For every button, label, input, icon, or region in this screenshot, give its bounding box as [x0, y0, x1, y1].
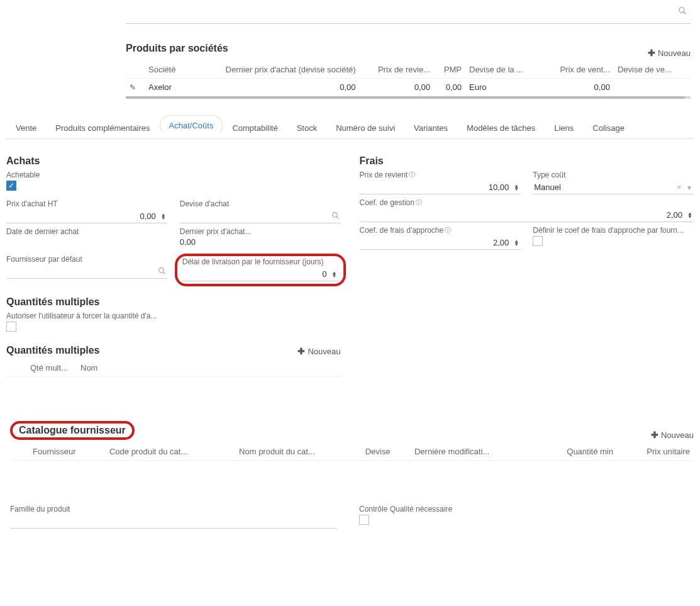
edit-icon[interactable]: ✎ [130, 83, 136, 92]
svg-point-2 [332, 212, 337, 217]
coef-gestion-input[interactable]: 2,00 ▲▼ [360, 208, 694, 222]
table-header-row: Société Dernier prix d'achat (devise soc… [126, 61, 691, 79]
spinner-icon[interactable]: ▲▼ [161, 213, 166, 220]
search-icon[interactable] [331, 211, 340, 222]
coef-frais-approche-value: 2,00 [493, 238, 509, 247]
cell-devise-la: Euro [465, 79, 542, 96]
frais-title: Frais [360, 155, 694, 167]
cell-societe: Axelor [145, 79, 188, 96]
tab-numero-suivi[interactable]: Numéro de suivi [326, 118, 404, 138]
col-pmp[interactable]: PMP [434, 61, 465, 79]
type-cout-value: Manuel [534, 182, 561, 192]
coef-gestion-value: 2,00 [667, 210, 682, 220]
devise-achat-input[interactable] [180, 210, 341, 223]
info-icon[interactable]: ⓘ [409, 171, 415, 178]
info-icon[interactable]: ⓘ [416, 199, 422, 206]
table-row[interactable]: ✎ Axelor 0,00 0,00 0,00 Euro 0,00 [126, 79, 691, 96]
search-icon[interactable] [158, 267, 166, 277]
chevron-down-icon[interactable]: ▼ [686, 184, 692, 191]
catalogue-add[interactable]: ✚ Nouveau [651, 430, 694, 440]
cell-prix-revie: 0,00 [360, 79, 434, 96]
achats-title: Achats [6, 155, 341, 167]
autoriser-checkbox[interactable] [6, 322, 16, 332]
dernier-prix-achat-value: 0,00 [180, 237, 341, 247]
controle-qualite-checkbox[interactable] [359, 515, 369, 525]
spinner-icon[interactable]: ▲▼ [687, 212, 692, 218]
prix-revient-label: Prix de revientⓘ [360, 171, 521, 179]
col-quantite-min[interactable]: Quantité min [535, 443, 617, 461]
controle-qualite-label: Contrôle Qualité nécessaire [359, 505, 694, 513]
catalogue-add-label: Nouveau [661, 430, 694, 440]
col-nom-produit[interactable]: Nom produit du cat... [235, 443, 362, 461]
tab-comptabilite[interactable]: Comptabilité [223, 118, 287, 138]
tab-achat-couts[interactable]: Achat/Coûts [160, 115, 223, 136]
fournisseur-defaut-label: Fournisseur par défaut [6, 255, 167, 264]
prix-revient-input[interactable]: 10,00 ▲▼ [360, 181, 521, 194]
col-devise[interactable]: Devise [362, 443, 411, 461]
prix-achat-ht-value: 0,00 [140, 211, 156, 221]
delai-livraison-label: Délai de livraison par le fournisseur (j… [182, 257, 338, 266]
coef-frais-approche-label: Coef. de frais d'approcheⓘ [360, 226, 521, 235]
spinner-icon[interactable]: ▲▼ [514, 184, 519, 191]
achetable-checkbox[interactable]: ✓ [6, 181, 16, 191]
col-derniere-modif[interactable]: Dernière modificati... [411, 443, 535, 461]
cell-prix-vent: 0,00 [542, 79, 614, 96]
plus-icon: ✚ [651, 430, 658, 440]
definir-coef-label: Définir le coef de frais d'approche par … [533, 226, 694, 235]
col-nom[interactable]: Nom [75, 359, 341, 377]
coef-frais-approche-input[interactable]: 2,00 ▲▼ [360, 236, 521, 250]
cell-devise-ve [614, 79, 691, 96]
search-icon[interactable] [678, 7, 691, 17]
devise-achat-label: Devise d'achat [180, 199, 341, 208]
produits-societe-table: Société Dernier prix d'achat (devise soc… [126, 61, 691, 96]
svg-line-5 [163, 272, 165, 274]
type-cout-select[interactable]: Manuel × ▼ [533, 181, 694, 194]
svg-point-0 [679, 8, 684, 13]
prix-achat-ht-label: Prix d'achat HT [6, 199, 167, 208]
col-qte-mult[interactable]: Qté mult... [25, 359, 75, 377]
col-prix-unitaire[interactable]: Prix unitaire [617, 443, 694, 461]
cell-pmp: 0,00 [434, 79, 465, 96]
quantites-multiples-title: Quantités multiples [6, 296, 341, 308]
spinner-icon[interactable]: ▲▼ [514, 240, 519, 246]
tab-produits-comp[interactable]: Produits complémentaires [46, 118, 159, 138]
prix-revient-value: 10,00 [489, 182, 509, 192]
qty-table-title: Quantités multiples [6, 345, 99, 356]
tab-vente[interactable]: Vente [6, 118, 46, 138]
fournisseur-defaut-input[interactable] [6, 265, 167, 279]
delai-livraison-input[interactable]: 0 ▲▼ [182, 267, 338, 281]
tab-variantes[interactable]: Variantes [404, 118, 457, 138]
produits-societe-add[interactable]: ✚ Nouveau [648, 48, 691, 58]
tab-bar: Vente Produits complémentaires Achat/Coû… [6, 118, 694, 139]
catalogue-table: Fournisseur Code produit du cat... Nom p… [10, 443, 694, 461]
col-devise-ve[interactable]: Devise de ve... [614, 61, 691, 79]
famille-produit-input[interactable] [10, 515, 337, 529]
qty-add-new[interactable]: ✚ Nouveau [297, 346, 340, 356]
col-code-produit[interactable]: Code produit du cat... [106, 443, 235, 461]
achetable-label: Achetable [6, 171, 341, 179]
tab-liens[interactable]: Liens [545, 118, 583, 138]
produits-societe-title: Produits par sociétés [126, 43, 228, 54]
coef-gestion-label: Coef. de gestionⓘ [360, 198, 694, 207]
definir-coef-checkbox[interactable] [533, 236, 543, 246]
prix-achat-ht-input[interactable]: 0,00 ▲▼ [6, 210, 167, 223]
col-devise-la[interactable]: Devise de la ... [465, 61, 542, 79]
qty-add-label: Nouveau [308, 347, 340, 356]
horizontal-scrollbar[interactable] [126, 96, 691, 99]
qty-table: Qté mult... Nom [6, 359, 341, 377]
col-dernier-prix[interactable]: Dernier prix d'achat (devise société) [188, 61, 360, 79]
svg-line-3 [336, 216, 338, 218]
tab-stock[interactable]: Stock [287, 118, 327, 138]
info-icon[interactable]: ⓘ [445, 227, 451, 233]
col-prix-revie[interactable]: Prix de revie... [360, 61, 434, 79]
tab-modeles-taches[interactable]: Modèles de tâches [457, 118, 545, 138]
col-prix-vent[interactable]: Prix de vent... [542, 61, 614, 79]
famille-produit-label: Famille du produit [10, 505, 337, 513]
plus-icon: ✚ [648, 48, 655, 58]
clear-icon[interactable]: × [677, 182, 682, 192]
type-cout-label: Type coût [533, 171, 694, 179]
col-societe[interactable]: Société [145, 61, 188, 79]
tab-colisage[interactable]: Colisage [583, 118, 634, 138]
spinner-icon[interactable]: ▲▼ [332, 271, 337, 278]
col-fournisseur[interactable]: Fournisseur [29, 443, 106, 461]
